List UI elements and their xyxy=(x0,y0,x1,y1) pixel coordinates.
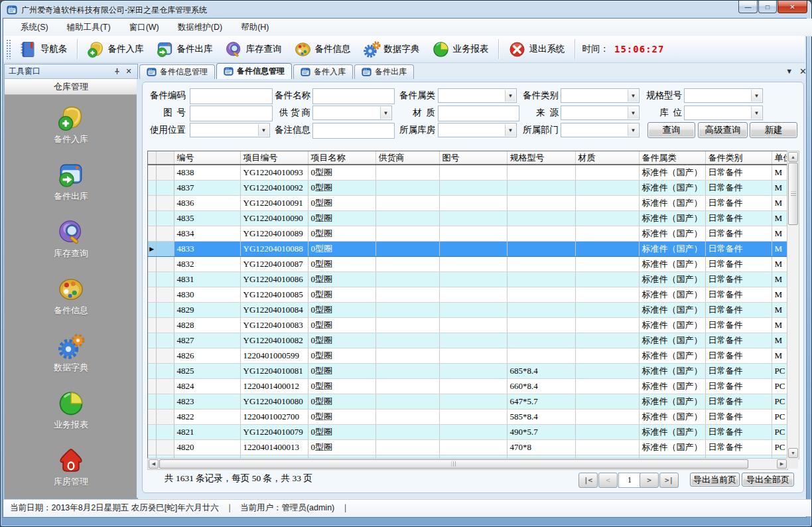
scrollbar-corner xyxy=(787,458,798,469)
scroll-left-icon[interactable]: ◀ xyxy=(149,459,159,469)
department-select[interactable]: ▼ xyxy=(561,123,640,137)
toolbar-grip[interactable] xyxy=(6,39,11,59)
table-cell: M xyxy=(772,318,787,333)
table-cell xyxy=(575,348,639,364)
remark-input[interactable] xyxy=(312,123,395,139)
table-cell: 日常备件 xyxy=(705,226,772,242)
toolbar-button-part-info[interactable]: 备件信息 xyxy=(289,38,356,61)
maximize-button[interactable]: □ xyxy=(758,1,777,13)
drawing-input[interactable] xyxy=(190,106,273,121)
table-row[interactable]: 482612204010005990型圈标准件（国产）日常备件M xyxy=(148,348,787,364)
category-select[interactable]: ▼ xyxy=(438,88,517,103)
new-button[interactable]: 新建 xyxy=(750,122,797,138)
close-button[interactable]: ✕ xyxy=(778,1,807,13)
table-row[interactable]: 482012204014000130型圈470*8标准件（国产）日常备件PC xyxy=(148,440,787,455)
column-header[interactable]: 备件属类 xyxy=(639,151,705,165)
menu-item-3[interactable]: 窗口(W) xyxy=(121,20,167,35)
sidebar-item-stock-query[interactable]: 库存查询 xyxy=(31,218,111,260)
first-page-button[interactable]: |< xyxy=(578,473,598,488)
table-row[interactable]: 4832YG122040100870型圈标准件（国产）日常备件M xyxy=(148,257,787,272)
prev-page-button[interactable]: < xyxy=(598,473,618,488)
source-select[interactable]: ▼ xyxy=(561,106,640,120)
name-input[interactable] xyxy=(312,88,395,104)
horizontal-scroll-thumb[interactable] xyxy=(159,459,748,469)
table-row[interactable]: 4829YG122040100840型圈标准件（国产）日常备件M xyxy=(148,303,787,318)
column-header[interactable]: 图号 xyxy=(439,151,507,165)
column-header[interactable]: 规格型号 xyxy=(507,151,575,165)
table-row[interactable]: 4823YG122040100800型圈647*5.7标准件（国产）日常备件PC xyxy=(148,394,787,410)
table-row[interactable]: 4837YG122040100920型圈标准件（国产）日常备件M xyxy=(148,181,787,196)
toolbar-button-nav-book[interactable]: 导航条 xyxy=(14,38,73,61)
table-row[interactable]: ▶4833YG122040100880型圈标准件（国产）日常备件M xyxy=(148,242,787,257)
menu-item-2[interactable]: 辅助工具(T) xyxy=(59,20,119,35)
scroll-right-icon[interactable]: ▶ xyxy=(777,459,787,469)
column-header[interactable]: 项目编号 xyxy=(240,151,308,165)
pin-icon[interactable] xyxy=(112,67,121,76)
table-cell xyxy=(507,272,575,287)
table-row[interactable]: 4828YG122040100830型圈标准件（国产）日常备件M xyxy=(148,318,787,333)
use-position-select[interactable]: ▼ xyxy=(190,123,270,137)
table-row[interactable]: 4835YG122040100900型圈标准件（国产）日常备件M xyxy=(148,211,787,226)
column-header[interactable]: 项目名称 xyxy=(308,151,375,165)
vertical-scrollbar[interactable]: ▲ ▼ xyxy=(787,151,799,459)
column-header[interactable]: 单位 xyxy=(772,151,787,165)
tab-3[interactable]: 备件入库 xyxy=(293,64,353,79)
export-current-page-button[interactable]: 导出当前页 xyxy=(690,473,740,487)
next-page-button[interactable]: > xyxy=(640,473,659,488)
sidebar-item-biz-report[interactable]: 业务报表 xyxy=(31,390,111,431)
table-row[interactable]: 4838YG122040100930型圈标准件（国产）日常备件M xyxy=(148,165,787,181)
table-row[interactable]: 482412204014000120型圈660*8.4标准件（国产）日常备件PC xyxy=(148,379,787,394)
spec-select[interactable]: ▼ xyxy=(684,88,763,103)
toolbar-button-part-out[interactable]: 备件出库 xyxy=(151,38,218,61)
column-header[interactable]: 材质 xyxy=(575,151,639,165)
menu-item-4[interactable]: 数据维护(D) xyxy=(170,20,230,35)
table-cell: 标准件（国产） xyxy=(639,287,705,303)
toolbar-button-stock-query[interactable]: 库存查询 xyxy=(220,38,287,61)
warehouse-select[interactable]: ▼ xyxy=(438,123,517,137)
table-row[interactable]: 4821YG122040100790型圈490*5.7标准件（国产）日常备件PC xyxy=(148,425,787,440)
supplier-select[interactable]: ▼ xyxy=(312,106,392,120)
menu-item-1[interactable]: 系统(S) xyxy=(13,20,56,35)
tab-list-dropdown-icon[interactable]: ▼ xyxy=(785,68,793,75)
table-row[interactable]: 4827YG122040100820型圈标准件（国产）日常备件M xyxy=(148,333,787,348)
tab-4[interactable]: 备件出库 xyxy=(354,64,414,79)
advanced-query-button[interactable]: 高级查询 xyxy=(698,122,748,138)
column-header[interactable]: 备件类别 xyxy=(705,151,772,165)
table-row[interactable]: 482212204010027000型圈585*8.4标准件（国产）日常备件PC xyxy=(148,410,787,425)
last-page-button[interactable]: >| xyxy=(659,473,679,488)
sidebar-item-data-dict[interactable]: 数据字典 xyxy=(31,333,111,374)
scroll-up-icon[interactable]: ▲ xyxy=(788,152,798,162)
toolbar-button-part-in[interactable]: 备件入库 xyxy=(82,38,149,61)
menu-item-5[interactable]: 帮助(H) xyxy=(233,20,277,35)
toolbar-button-exit[interactable]: 退出系统 xyxy=(503,38,571,61)
table-row[interactable]: 4830YG122040100850型圈标准件（国产）日常备件M xyxy=(148,287,787,303)
sidebar-item-part-in[interactable]: 备件入库 xyxy=(31,104,111,145)
table-cell: M xyxy=(772,333,787,348)
tab-2[interactable]: 备件信息管理 xyxy=(216,63,292,79)
type-select[interactable]: ▼ xyxy=(561,88,640,103)
column-header[interactable]: 供货商 xyxy=(375,151,439,165)
table-row[interactable]: 4825YG122040100810型圈685*8.4标准件（国产）日常备件PC xyxy=(148,364,787,379)
code-input[interactable] xyxy=(190,88,273,104)
horizontal-scrollbar[interactable]: ◀ ▶ xyxy=(147,458,788,470)
table-row[interactable]: 4834YG122040100890型圈标准件（国产）日常备件M xyxy=(148,226,787,242)
table-row[interactable]: 4836YG122040100910型圈标准件（国产）日常备件M xyxy=(148,196,787,211)
sidebar-item-part-info[interactable]: 备件信息 xyxy=(31,275,111,317)
tab-close-icon[interactable]: ✕ xyxy=(799,67,807,76)
location-select[interactable]: ▼ xyxy=(684,106,763,120)
toolbar-button-data-dict[interactable]: 数据字典 xyxy=(358,38,425,61)
query-button[interactable]: 查询 xyxy=(647,122,695,138)
sidebar-item-part-out[interactable]: 备件出库 xyxy=(31,161,111,202)
export-all-pages-button[interactable]: 导出全部页 xyxy=(742,473,794,487)
table-row[interactable]: 4831YG122040100860型圈标准件（国产）日常备件M xyxy=(148,272,787,287)
scroll-down-icon[interactable]: ▼ xyxy=(788,448,798,458)
sidebar-item-home[interactable]: 库房管理 xyxy=(31,447,111,488)
page-number-input[interactable] xyxy=(618,473,641,488)
column-header[interactable]: 编号 xyxy=(174,151,240,165)
vertical-scroll-thumb[interactable] xyxy=(788,163,798,225)
tab-1[interactable]: 备件信息管理 xyxy=(139,64,215,79)
material-input[interactable] xyxy=(438,106,519,121)
toolbar-button-biz-report[interactable]: 业务报表 xyxy=(427,38,494,61)
close-panel-icon[interactable]: ✕ xyxy=(124,67,133,76)
minimize-button[interactable]: — xyxy=(738,1,758,13)
